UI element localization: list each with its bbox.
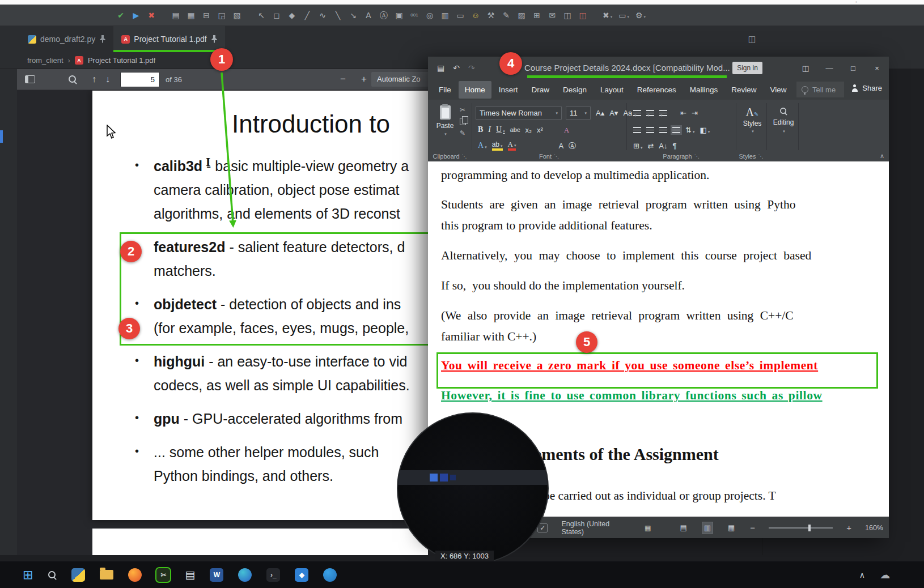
frames-icon[interactable]: ◫ — [563, 11, 572, 19]
ribbon-tab-references[interactable]: References — [631, 81, 683, 99]
justify-button[interactable] — [672, 127, 680, 133]
change-case-icon[interactable]: Aa — [623, 109, 632, 117]
ribbon-tab-mailings[interactable]: Mailings — [684, 81, 724, 99]
zoom-slider[interactable] — [769, 527, 833, 529]
subscript-button[interactable]: x₂ — [525, 126, 532, 134]
save-all-icon[interactable]: ▦ — [187, 11, 196, 19]
ribbon-tab-file[interactable]: File — [433, 81, 457, 99]
zoom-tool-icon[interactable]: ◎ — [425, 11, 434, 19]
sidebar-toggle-icon[interactable] — [25, 75, 35, 83]
decrease-indent-button[interactable]: ⇤ — [680, 109, 686, 117]
tools-icon[interactable]: ⚒ — [486, 11, 495, 19]
search-icon[interactable] — [68, 75, 77, 84]
highlight-color-button[interactable]: ab▾ — [492, 141, 503, 151]
superscript-button[interactable]: x² — [537, 126, 543, 134]
tab-demo-draft2[interactable]: demo_draft2.py — [20, 26, 113, 52]
shrink-font-icon[interactable]: A▾ — [609, 109, 618, 117]
backline-tool-icon[interactable]: ╲ — [333, 11, 342, 19]
language-indicator[interactable]: English (United States) — [561, 520, 631, 536]
tell-me-box[interactable]: Tell me — [796, 82, 844, 97]
line-spacing-button[interactable]: ⇅▾ — [685, 126, 694, 134]
ribbon-tab-design[interactable]: Design — [557, 81, 593, 99]
underline-button[interactable]: U▾ — [496, 126, 505, 134]
zoom-out-icon[interactable]: − — [750, 523, 755, 532]
pilcrow-button[interactable]: ¶ — [673, 142, 677, 150]
zoom-out-icon[interactable]: − — [340, 74, 346, 85]
undo-button[interactable]: ↶ — [453, 64, 460, 72]
increase-indent-button[interactable]: ⇥ — [692, 109, 698, 117]
text-effects-button[interactable]: A▾ — [478, 142, 487, 150]
cut-icon[interactable]: ✂ — [460, 106, 466, 113]
breadcrumb-file[interactable]: Project Tutorial 1.pdf — [88, 56, 155, 65]
stop-icon[interactable]: ✖ — [147, 11, 156, 19]
textbox-tool-icon[interactable]: Ⓐ — [379, 11, 388, 19]
char-shading-button[interactable]: A — [558, 142, 563, 150]
pattern-icon[interactable]: ▨ — [517, 11, 526, 19]
settings-dropdown-icon[interactable]: ⚙▾ — [635, 11, 646, 19]
emoji-icon[interactable]: ☺ — [471, 11, 480, 19]
line-tool-icon[interactable]: ╱ — [303, 11, 312, 19]
italic-button[interactable]: I — [488, 126, 491, 134]
redo-button[interactable]: ↷ — [468, 64, 475, 72]
table-icon[interactable]: ⊞ — [532, 11, 541, 19]
text-tool-icon[interactable]: A — [364, 11, 373, 19]
save-icon[interactable]: ▤ — [171, 11, 180, 19]
windows-start-icon[interactable]: ⊞ — [23, 569, 33, 581]
share-button[interactable]: Share — [851, 84, 882, 92]
align-left-button[interactable] — [633, 127, 641, 133]
zoom-in-icon[interactable]: + — [361, 74, 367, 85]
ribbon-tab-review[interactable]: Review — [725, 81, 762, 99]
columns-icon[interactable]: ◫ — [578, 11, 587, 19]
display-dropdown-icon[interactable]: ▭▾ — [618, 11, 629, 19]
page-number-input[interactable] — [120, 72, 160, 87]
breadcrumb-folder[interactable]: from_client — [27, 56, 63, 65]
image-tool-icon[interactable]: ▣ — [395, 11, 404, 19]
close-dropdown-icon[interactable]: ✖▾ — [603, 11, 612, 19]
zoom-in-icon[interactable]: + — [846, 523, 851, 532]
arrow-tool-icon[interactable]: ↘ — [349, 11, 358, 19]
editing-button[interactable]: Editing ▾ — [769, 106, 798, 134]
file-explorer-icon[interactable] — [100, 570, 113, 580]
pointer-tool-icon[interactable]: ↖ — [257, 11, 266, 19]
read-mode-icon[interactable]: ▤ — [678, 522, 688, 533]
split-editor-icon[interactable]: ◫ — [748, 34, 756, 44]
dialog-launcher-icon[interactable]: ⋱ — [758, 154, 763, 159]
format-painter-icon[interactable]: ✎ — [460, 130, 466, 137]
export-icon[interactable]: ▧ — [232, 11, 241, 19]
styles-button[interactable]: A✎ Styles ▾ — [739, 106, 766, 134]
snipping-tool-icon[interactable]: ✂ — [156, 568, 170, 582]
ribbon-tab-draw[interactable]: Draw — [525, 81, 556, 99]
zoom-percentage[interactable]: 160% — [865, 524, 883, 532]
ribbon-tab-layout[interactable]: Layout — [594, 81, 630, 99]
paste-icon[interactable]: ◲ — [217, 11, 226, 19]
bullets-button[interactable]: ▾ — [633, 110, 641, 116]
pin-icon[interactable] — [211, 35, 217, 43]
save-icon[interactable]: ▤ — [437, 64, 444, 72]
font-size-select[interactable]: 11▾ — [566, 106, 591, 120]
curve-tool-icon[interactable]: ∿ — [318, 11, 327, 19]
maximize-button[interactable]: □ — [841, 57, 865, 79]
binary-tool-icon[interactable]: 001 — [410, 13, 419, 18]
print-icon[interactable]: ⊟ — [202, 11, 211, 19]
zoom-slider-knob[interactable] — [808, 525, 811, 531]
comment-icon[interactable]: ✉ — [548, 11, 557, 19]
tray-chevron-icon[interactable]: ∧ — [859, 571, 865, 579]
word-icon[interactable]: W — [210, 568, 223, 582]
bold-button[interactable]: B — [478, 126, 483, 134]
notebook-icon[interactable]: ▥ — [440, 11, 450, 19]
pencil-icon[interactable]: ✎ — [502, 11, 511, 19]
search-icon[interactable] — [48, 570, 57, 580]
collapse-ribbon-icon[interactable]: ∧ — [880, 152, 884, 160]
next-page-icon[interactable]: ↓ — [105, 74, 110, 84]
shape-tool-icon[interactable]: ◆ — [287, 11, 296, 19]
sort-button[interactable]: A↓ — [659, 142, 667, 150]
python-icon[interactable] — [71, 568, 85, 582]
notepad-icon[interactable]: ▤ — [185, 569, 195, 580]
previous-page-icon[interactable]: ↑ — [92, 74, 96, 84]
strikethrough-button[interactable]: abc — [510, 127, 520, 133]
paste-button[interactable]: Paste ▾ — [433, 105, 457, 148]
marquee-tool-icon[interactable]: ◻ — [272, 11, 281, 19]
sign-in-button[interactable]: Sign in — [732, 62, 762, 74]
ribbon-display-options-icon[interactable]: ◫ — [794, 57, 817, 79]
align-center-button[interactable] — [646, 127, 654, 133]
